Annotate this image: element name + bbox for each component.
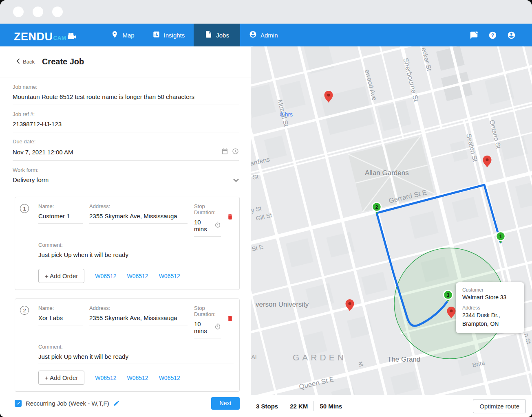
job-form: Job name: Mountaun Route 6512 test route… <box>0 77 251 188</box>
stop-card: 1 Name: Customer 1 Address: 2355 Skymark… <box>15 197 240 290</box>
document-icon <box>205 31 212 40</box>
field-label: Due date: <box>13 138 239 145</box>
chevron-left-icon <box>16 58 20 65</box>
svg-text:?: ? <box>491 32 494 38</box>
nav-tab-label: Insights <box>164 32 185 39</box>
video-camera-icon <box>67 33 77 42</box>
stop-name-input[interactable]: Xor Labs <box>38 314 63 321</box>
travel-time-label: 8 hrs <box>280 111 293 118</box>
logo-text-primary: ZENDU <box>14 32 53 41</box>
divider <box>313 401 314 411</box>
stops-count: 3 Stops <box>256 403 278 410</box>
tooltip-customer-value: Walmart Store 33 <box>462 294 518 301</box>
stop-duration-label: Stop Duration: <box>194 305 223 317</box>
panel-footer: Reccurring Job (Week - W,T,F) Next <box>0 392 251 417</box>
stop-address-label: Address: <box>89 305 194 311</box>
order-link[interactable]: W06512 <box>127 273 148 279</box>
logo-text-secondary: CAM <box>53 35 66 41</box>
timer-icon[interactable] <box>214 323 221 331</box>
edit-pencil-icon[interactable] <box>113 400 120 406</box>
area-label: Allan Gardens <box>365 169 409 177</box>
create-job-panel: Back Create Job Job name: Mountaun Route… <box>0 46 251 417</box>
window-titlebar <box>0 0 532 24</box>
nav-tab-label: Admin <box>260 32 278 39</box>
field-label: Job ref #: <box>13 111 239 117</box>
stop-name-label: Name: <box>38 203 89 209</box>
order-link[interactable]: W06512 <box>159 375 180 381</box>
field-label: Job name: <box>13 84 239 90</box>
order-link[interactable]: W06512 <box>95 273 116 279</box>
comment-label: Comment: <box>38 242 234 248</box>
area-label: GARDEN <box>293 353 347 362</box>
comment-input[interactable]: Just pick Up when it will be ready <box>38 251 128 258</box>
page-title: Create Job <box>42 57 84 66</box>
stop-number-badge: 2 <box>20 306 29 315</box>
chat-notification-icon[interactable] <box>470 31 478 40</box>
stop-duration-input[interactable]: 10 mins <box>194 320 214 334</box>
due-date-input[interactable]: Nov 7, 2021 12:00 AM <box>13 149 73 156</box>
area-label: verson University <box>256 301 309 308</box>
map-pin-icon <box>111 31 119 40</box>
nav-tab-map[interactable]: Map <box>102 24 143 46</box>
street-label: Al <box>251 353 256 360</box>
job-name-input[interactable]: Mountaun Route 6512 test route name is l… <box>13 93 194 101</box>
add-order-button[interactable]: + Add Order <box>38 371 84 385</box>
nav-tab-insights[interactable]: Insights <box>143 24 194 46</box>
clock-icon[interactable] <box>232 148 239 156</box>
svg-text:3: 3 <box>447 292 450 298</box>
stop-number-badge: 1 <box>20 204 29 213</box>
job-ref-input[interactable]: 21398712-HJ-123 <box>13 121 62 128</box>
nav-tab-label: Jobs <box>216 32 229 39</box>
nav-tab-label: Map <box>122 32 134 39</box>
window-control-icon[interactable] <box>52 7 63 17</box>
stop-name-input[interactable]: Customer 1 <box>38 213 70 219</box>
job-name-field: Job name: Mountaun Route 6512 test route… <box>13 84 239 105</box>
due-date-field: Due date: Nov 7, 2021 12:00 AM <box>13 138 239 161</box>
route-stats-bar: 3 Stops 22 KM 50 Mins Optimize route <box>251 395 532 417</box>
stop-tooltip: Customer Walmart Store 33 Address 2344 D… <box>456 282 524 333</box>
tooltip-address-line1: 2344 Dusk Dr., <box>462 312 518 319</box>
panel-header: Back Create Job <box>0 46 251 77</box>
map-panel[interactable]: ewood Ave Sherbourne St ecker St Mutual … <box>251 46 532 417</box>
field-label: Work form: <box>13 167 239 173</box>
route-duration: 50 Mins <box>320 403 342 410</box>
timer-icon[interactable] <box>214 222 221 230</box>
tooltip-address-label: Address <box>462 305 518 311</box>
job-ref-field: Job ref #: 21398712-HJ-123 <box>13 111 239 132</box>
work-form-field: Work form: Delivery form <box>13 167 239 188</box>
delete-stop-icon[interactable] <box>227 315 234 338</box>
delete-stop-icon[interactable] <box>227 213 234 237</box>
route-distance: 22 KM <box>290 403 308 410</box>
recurring-checkbox[interactable] <box>15 400 22 407</box>
help-icon[interactable]: ? <box>488 31 497 40</box>
comment-input[interactable]: Just pick Up when it will be ready <box>38 353 128 360</box>
area-label: The Grand <box>387 356 420 363</box>
add-order-button[interactable]: + Add Order <box>38 269 84 283</box>
order-link[interactable]: W06512 <box>95 375 116 381</box>
navbar: ZENDU CAM Map Insights <box>0 24 532 46</box>
order-link[interactable]: W06512 <box>127 375 148 381</box>
optimize-route-button[interactable]: Optimize route <box>473 399 526 413</box>
comment-label: Comment: <box>38 344 234 350</box>
stop-address-input[interactable]: 2355 Skymark Ave, Mississauga <box>89 213 177 219</box>
stop-card: 2 Name: Xor Labs Address: 2355 Skymark A… <box>15 298 240 392</box>
nav-tab-jobs[interactable]: Jobs <box>194 24 240 46</box>
order-link[interactable]: W06512 <box>159 273 180 279</box>
window-control-icon[interactable] <box>13 7 24 17</box>
nav-tab-admin[interactable]: Admin <box>240 24 287 46</box>
next-button[interactable]: Next <box>211 397 240 410</box>
stop-duration-input[interactable]: 10 mins <box>194 219 214 233</box>
stop-address-label: Address: <box>89 203 194 209</box>
bar-chart-icon <box>152 31 160 40</box>
work-form-select[interactable]: Delivery form <box>13 176 49 184</box>
back-button[interactable]: Back <box>16 58 35 65</box>
chevron-down-icon[interactable] <box>233 176 239 184</box>
calendar-icon[interactable] <box>221 148 228 156</box>
person-circle-icon <box>249 31 257 40</box>
account-icon[interactable] <box>507 31 516 40</box>
stop-duration-label: Stop Duration: <box>194 203 223 215</box>
stop-address-input[interactable]: 2355 Skymark Ave, Mississauga <box>89 314 177 321</box>
window-control-icon[interactable] <box>33 7 43 17</box>
app-window: ZENDU CAM Map Insights <box>0 0 532 417</box>
recurring-label: Reccurring Job (Week - W,T,F) <box>26 400 109 407</box>
